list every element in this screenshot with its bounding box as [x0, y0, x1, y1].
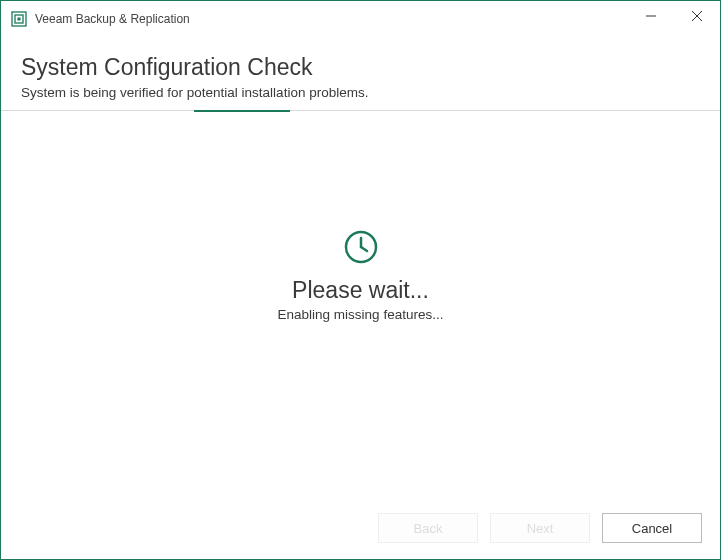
page-title: System Configuration Check — [21, 54, 700, 81]
wait-subtitle: Enabling missing features... — [278, 307, 444, 322]
installer-window: Veeam Backup & Replication System Config… — [0, 0, 721, 560]
app-icon — [11, 11, 27, 27]
titlebar: Veeam Backup & Replication — [1, 1, 720, 36]
page-header: System Configuration Check System is bei… — [1, 36, 720, 110]
svg-rect-2 — [18, 17, 21, 20]
window-controls — [628, 1, 720, 36]
page-subtitle: System is being verified for potential i… — [21, 85, 700, 100]
wait-title: Please wait... — [292, 277, 429, 304]
clock-icon — [343, 229, 379, 269]
progress-divider — [1, 110, 720, 112]
back-button: Back — [378, 513, 478, 543]
close-button[interactable] — [674, 1, 720, 31]
footer-buttons: Back Next Cancel — [1, 499, 720, 559]
minimize-button[interactable] — [628, 1, 674, 31]
next-button: Next — [490, 513, 590, 543]
window-title: Veeam Backup & Replication — [35, 12, 628, 26]
svg-line-8 — [361, 247, 367, 251]
content-area: Please wait... Enabling missing features… — [1, 112, 720, 499]
cancel-button[interactable]: Cancel — [602, 513, 702, 543]
